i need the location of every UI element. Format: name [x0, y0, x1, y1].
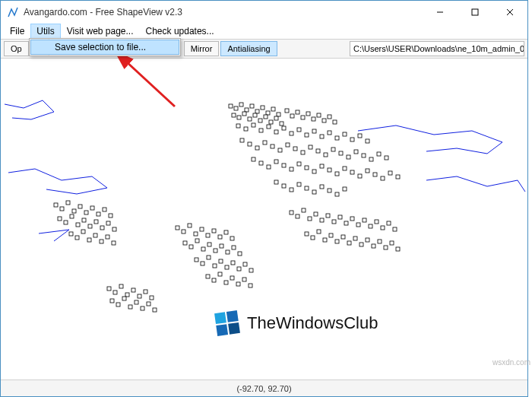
open-button[interactable]: Op — [4, 41, 29, 56]
mirror-button[interactable]: Mirror — [184, 41, 220, 56]
maximize-button[interactable] — [458, 1, 492, 24]
svg-rect-90 — [381, 176, 385, 180]
svg-rect-84 — [335, 172, 339, 176]
svg-rect-192 — [335, 240, 339, 243]
file-path-text: C:\Users\USER\Downloads\ne_10m_admin_0_b… — [353, 44, 524, 53]
svg-rect-89 — [373, 173, 377, 176]
svg-rect-25 — [285, 109, 289, 113]
svg-rect-212 — [116, 303, 120, 306]
svg-rect-17 — [242, 112, 246, 116]
svg-rect-156 — [225, 265, 229, 269]
windows-flag-icon — [214, 310, 241, 337]
svg-rect-206 — [125, 293, 129, 297]
statusbar: (-92.70, 92.70) — [1, 380, 527, 396]
svg-rect-38 — [259, 129, 263, 132]
svg-rect-13 — [271, 107, 275, 111]
svg-rect-179 — [350, 217, 354, 221]
svg-rect-75 — [267, 165, 271, 169]
svg-rect-10 — [255, 110, 259, 113]
svg-rect-162 — [212, 278, 216, 282]
svg-rect-128 — [100, 240, 103, 243]
svg-rect-118 — [88, 224, 92, 228]
svg-rect-34 — [333, 120, 337, 124]
svg-rect-157 — [231, 261, 235, 265]
svg-rect-11 — [261, 106, 264, 110]
svg-rect-116 — [76, 223, 80, 227]
svg-rect-152 — [201, 262, 204, 265]
close-button[interactable] — [492, 1, 527, 24]
svg-rect-22 — [269, 120, 273, 124]
svg-rect-103 — [54, 203, 58, 207]
svg-rect-53 — [240, 138, 244, 142]
svg-rect-219 — [214, 312, 226, 324]
svg-rect-99 — [320, 185, 324, 189]
source-watermark: wsxdn.com — [492, 358, 530, 367]
svg-rect-205 — [119, 284, 123, 288]
svg-rect-201 — [390, 241, 394, 245]
menu-utils[interactable]: Utils — [30, 24, 60, 39]
svg-rect-83 — [328, 168, 331, 172]
svg-rect-216 — [141, 306, 144, 310]
svg-rect-100 — [328, 189, 331, 192]
svg-rect-174 — [320, 218, 324, 222]
svg-rect-168 — [249, 284, 252, 287]
svg-rect-63 — [316, 149, 320, 153]
svg-rect-142 — [189, 245, 193, 249]
svg-rect-129 — [106, 235, 109, 239]
svg-rect-67 — [347, 155, 350, 159]
svg-rect-98 — [312, 190, 316, 194]
svg-rect-220 — [226, 310, 239, 322]
svg-rect-107 — [78, 205, 82, 208]
svg-rect-94 — [282, 184, 286, 188]
svg-rect-29 — [306, 112, 310, 116]
app-window: Avangardo.com - Free ShapeView v2.3 File… — [0, 0, 528, 397]
svg-rect-6 — [234, 106, 238, 110]
svg-rect-60 — [293, 147, 297, 151]
svg-rect-49 — [343, 132, 347, 136]
svg-rect-199 — [378, 240, 382, 243]
minimize-button[interactable] — [423, 1, 458, 24]
svg-rect-59 — [286, 143, 290, 147]
svg-rect-181 — [363, 218, 366, 222]
svg-rect-19 — [253, 113, 257, 117]
svg-rect-159 — [243, 262, 247, 266]
menu-file[interactable]: File — [4, 24, 30, 39]
svg-rect-202 — [396, 247, 400, 251]
svg-rect-24 — [280, 122, 283, 125]
svg-rect-41 — [282, 126, 286, 130]
file-path-field[interactable]: C:\Users\USER\Downloads\ne_10m_admin_0_b… — [350, 41, 524, 56]
svg-rect-115 — [70, 214, 74, 218]
svg-rect-96 — [297, 183, 301, 186]
svg-rect-121 — [106, 221, 110, 225]
svg-rect-104 — [60, 207, 64, 211]
antialiasing-button[interactable]: Antialiasing — [220, 41, 277, 56]
svg-rect-114 — [64, 221, 68, 224]
menu-save-selection[interactable]: Save selection to file... — [30, 40, 179, 55]
window-controls — [423, 1, 527, 24]
svg-rect-187 — [305, 232, 309, 236]
svg-rect-54 — [248, 142, 252, 146]
svg-rect-197 — [366, 238, 369, 242]
map-canvas[interactable]: TheWindowsClub — [1, 59, 527, 380]
svg-rect-123 — [69, 232, 73, 236]
menu-visit-web[interactable]: Visit web page... — [61, 24, 140, 39]
svg-rect-161 — [206, 275, 210, 278]
svg-rect-9 — [250, 104, 254, 108]
svg-rect-12 — [266, 111, 270, 115]
menu-check-updates[interactable]: Check updates... — [140, 24, 220, 39]
svg-rect-149 — [232, 246, 236, 249]
svg-rect-1 — [472, 9, 478, 15]
svg-rect-185 — [387, 221, 391, 225]
svg-rect-186 — [393, 227, 397, 231]
svg-rect-28 — [301, 116, 305, 119]
svg-rect-20 — [258, 119, 262, 122]
status-coordinates: (-92.70, 92.70) — [236, 384, 291, 393]
svg-rect-50 — [350, 138, 354, 141]
svg-rect-77 — [282, 164, 286, 167]
svg-rect-130 — [112, 241, 116, 245]
svg-rect-37 — [252, 123, 255, 127]
svg-rect-108 — [84, 211, 88, 214]
svg-rect-82 — [320, 164, 324, 168]
svg-rect-154 — [213, 264, 217, 268]
svg-rect-176 — [332, 220, 336, 224]
